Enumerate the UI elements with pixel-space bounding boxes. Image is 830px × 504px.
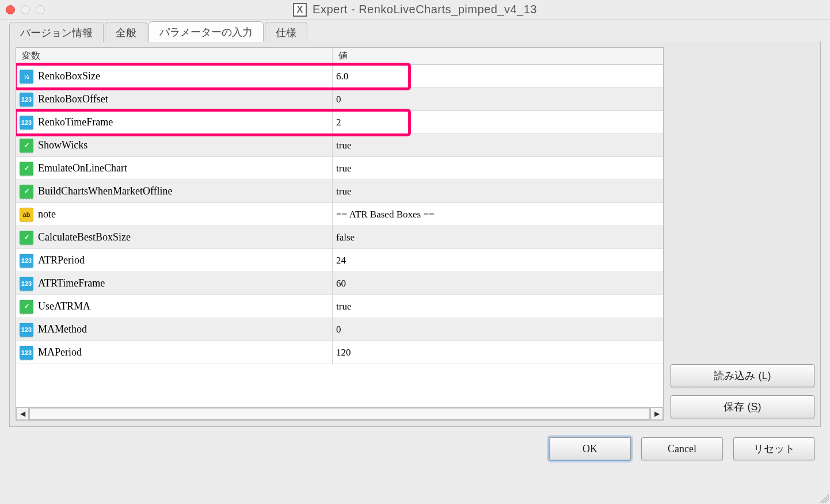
value-cell[interactable]: 60 [333,272,663,295]
variable-name: RenkoBoxOffset [38,93,108,105]
value-cell[interactable]: false [333,226,663,249]
scroll-left-icon[interactable]: ◀ [16,407,29,420]
value-text: == ATR Based Boxes == [336,209,435,220]
value-cell[interactable]: 24 [333,249,663,272]
load-button[interactable]: 読み込み (L) [671,364,814,387]
value-text: 2 [336,117,341,128]
variable-name: ATRPeriod [38,254,85,266]
int-type-icon: 123 [20,93,33,106]
header-value-label: 値 [338,50,348,62]
table-row[interactable]: ✓UseATRMAtrue [16,295,663,318]
value-text: 24 [336,255,346,266]
variable-cell[interactable]: 123MAMethod [16,318,333,341]
table-row[interactable]: abnote== ATR Based Boxes == [16,203,663,226]
table-row[interactable]: 123RenkoTimeFrame2 [16,111,663,134]
reset-button-label: リセット [753,442,795,456]
resize-grip-icon[interactable] [817,491,829,503]
cancel-button-label: Cancel [668,443,696,455]
value-text: true [336,186,351,197]
table-row[interactable]: ✓CalculateBestBoxSizefalse [16,226,663,249]
value-cell[interactable]: 0 [333,88,663,110]
variable-name: MAMethod [38,323,87,335]
tab-0[interactable]: バージョン情報 [9,22,104,42]
load-button-mnemonic: L [762,370,767,382]
int-type-icon: 123 [20,277,33,291]
value-cell[interactable]: == ATR Based Boxes == [333,203,663,226]
window-title: Expert - RenkoLiveCharts_pimped_v4_13 [313,3,537,16]
minimize-window-icon[interactable] [21,5,30,14]
variable-cell[interactable]: 123ATRPeriod [16,249,333,272]
variable-cell[interactable]: 123MAPeriod [16,341,333,364]
variable-cell[interactable]: ½RenkoBoxSize [16,65,333,87]
tab-1[interactable]: 全般 [105,22,147,42]
value-cell[interactable]: true [333,157,663,180]
parameters-panel: 変数 値 ½RenkoBoxSize6.0123RenkoBoxOffset01… [9,41,821,427]
tab-3[interactable]: 仕様 [265,22,307,42]
horizontal-scrollbar[interactable]: ◀ ▶ [16,407,663,420]
bool-type-icon: ✓ [20,231,33,245]
variable-name: ShowWicks [38,139,87,151]
ok-button[interactable]: OK [549,437,631,460]
scroll-right-icon[interactable]: ▶ [650,407,663,420]
variable-cell[interactable]: ✓ShowWicks [16,134,333,156]
value-text: 0 [336,324,341,335]
table-body: ½RenkoBoxSize6.0123RenkoBoxOffset0123Ren… [16,65,663,364]
header-variable[interactable]: 変数 [16,48,333,64]
variable-name: BuildChartsWhenMarketOffline [38,185,173,197]
variable-cell[interactable]: 123ATRTimeFrame [16,272,333,295]
scroll-track[interactable] [29,407,650,420]
value-text: 120 [336,347,351,358]
parameters-table: 変数 値 ½RenkoBoxSize6.0123RenkoBoxOffset01… [16,47,664,421]
variable-name: RenkoBoxSize [38,70,100,82]
int-type-icon: 123 [20,116,33,129]
table-row[interactable]: 123ATRTimeFrame60 [16,272,663,295]
variable-cell[interactable]: ✓EmulateOnLineChart [16,157,333,180]
value-cell[interactable]: 0 [333,318,663,341]
bool-type-icon: ✓ [20,185,33,198]
tab-bar: バージョン情報全般パラメーターの入力仕様 [0,20,830,41]
save-button[interactable]: 保存 (S) [671,395,814,418]
value-cell[interactable]: 6.0 [333,65,663,87]
variable-cell[interactable]: 123RenkoTimeFrame [16,111,333,133]
table-header: 変数 値 [16,48,663,65]
variable-name: EmulateOnLineChart [38,162,127,174]
scroll-thumb[interactable] [29,408,650,419]
value-text: 0 [336,94,341,105]
variable-cell[interactable]: ✓CalculateBestBoxSize [16,226,333,249]
value-cell[interactable]: true [333,295,663,318]
table-row[interactable]: ½RenkoBoxSize6.0 [16,65,663,88]
value-cell[interactable]: 120 [333,341,663,364]
reset-button[interactable]: リセット [733,437,815,460]
cancel-button[interactable]: Cancel [641,437,723,460]
value-text: true [336,301,351,312]
bool-type-icon: ✓ [20,139,33,152]
value-text: false [336,232,355,243]
double-type-icon: ½ [20,70,33,83]
table-row[interactable]: 123ATRPeriod24 [16,249,663,272]
variable-cell[interactable]: 123RenkoBoxOffset [16,88,333,110]
header-value[interactable]: 値 [333,48,663,64]
tab-2[interactable]: パラメーターの入力 [149,21,264,42]
close-window-icon[interactable] [6,5,15,14]
table-row[interactable]: ✓ShowWickstrue [16,134,663,157]
int-type-icon: 123 [20,254,33,268]
header-variable-label: 変数 [22,50,40,62]
value-cell[interactable]: true [333,134,663,156]
table-row[interactable]: 123MAMethod0 [16,318,663,341]
variable-cell[interactable]: ✓UseATRMA [16,295,333,318]
table-row[interactable]: 123RenkoBoxOffset0 [16,88,663,111]
value-cell[interactable]: 2 [333,111,663,133]
int-type-icon: 123 [20,323,33,337]
table-row[interactable]: ✓BuildChartsWhenMarketOfflinetrue [16,180,663,203]
zoom-window-icon[interactable] [36,5,45,14]
variable-name: ATRTimeFrame [38,277,105,289]
ok-button-label: OK [582,443,597,455]
value-text: true [336,140,351,151]
variable-cell[interactable]: abnote [16,203,333,226]
load-button-label: 読み込み ( [714,369,762,383]
int-type-icon: 123 [20,346,33,360]
table-row[interactable]: ✓EmulateOnLineCharttrue [16,157,663,180]
value-cell[interactable]: true [333,180,663,203]
table-row[interactable]: 123MAPeriod120 [16,341,663,364]
variable-cell[interactable]: ✓BuildChartsWhenMarketOffline [16,180,333,203]
